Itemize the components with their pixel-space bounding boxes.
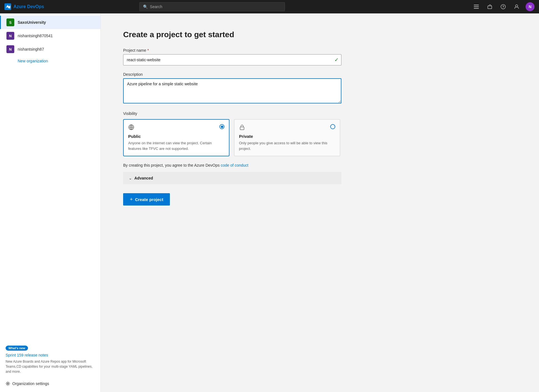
valid-checkmark-icon: ✓ — [334, 57, 339, 63]
search-icon: 🔍 — [143, 4, 148, 9]
search-input[interactable] — [150, 4, 281, 9]
svg-point-8 — [7, 383, 9, 384]
org-name-nishant1: nishantsingh870541 — [18, 34, 53, 38]
visibility-label: Visibility — [123, 111, 341, 116]
help-button[interactable]: ? — [499, 2, 508, 11]
top-navigation: Azure DevOps 🔍 ? — [0, 0, 539, 13]
create-project-label: Create project — [135, 197, 163, 202]
org-settings-label: Organization settings — [12, 381, 49, 386]
svg-rect-2 — [474, 6, 479, 7]
project-name-input[interactable] — [123, 54, 341, 65]
svg-rect-13 — [240, 127, 244, 130]
project-name-input-wrapper: ✓ — [123, 54, 341, 65]
user-avatar[interactable]: N — [526, 2, 535, 11]
new-organization-link[interactable]: New organization — [12, 56, 100, 66]
search-bar[interactable]: 🔍 — [139, 2, 285, 11]
brand-logo[interactable]: Azure DevOps — [4, 3, 44, 10]
create-project-button[interactable]: + Create project — [123, 193, 170, 206]
svg-rect-4 — [488, 6, 492, 9]
org-name-nishant2: nishantsingh87 — [18, 47, 44, 51]
topnav-icon-group: ? N — [472, 2, 535, 11]
public-radio[interactable] — [219, 124, 224, 129]
create-project-form: Project name * ✓ Description Azure pipel… — [123, 48, 341, 206]
project-name-label: Project name * — [123, 48, 341, 53]
consent-text: By creating this project, you agree to t… — [123, 163, 341, 167]
main-content: Create a project to get started Project … — [101, 13, 539, 392]
visibility-public-header — [128, 124, 224, 132]
page-title: Create a project to get started — [123, 30, 517, 39]
svg-rect-3 — [474, 8, 479, 9]
brand-label: Azure DevOps — [13, 4, 44, 9]
hamburger-menu-button[interactable] — [472, 2, 481, 11]
private-radio[interactable] — [330, 124, 335, 129]
public-description: Anyone on the internet can view the proj… — [128, 140, 224, 151]
org-avatar-nishant2: N — [6, 45, 14, 53]
app-body: S SaxoUniversity N nishantsingh870541 N … — [0, 13, 539, 392]
svg-text:?: ? — [502, 5, 504, 8]
description-textarea[interactable]: Azure pipeline for a simple static websi… — [123, 78, 341, 103]
org-avatar-nishant1: N — [6, 32, 14, 40]
svg-rect-1 — [474, 5, 479, 5]
project-name-group: Project name * ✓ — [123, 48, 341, 65]
private-description: Only people you give access to will be a… — [239, 140, 335, 151]
sidebar-item-nishant2[interactable]: N nishantsingh87 — [0, 42, 100, 56]
help-icon: ? — [501, 4, 506, 9]
release-notes-link[interactable]: Sprint 159 release notes — [6, 353, 95, 357]
visibility-public-card[interactable]: Public Anyone on the internet can view t… — [123, 119, 229, 156]
bag-icon — [487, 4, 492, 9]
sidebar-item-nishant1[interactable]: N nishantsingh870541 — [0, 29, 100, 42]
release-notes-description: New Azure Boards and Azure Repos app for… — [6, 359, 95, 374]
organization-settings-link[interactable]: Organization settings — [6, 380, 95, 388]
gear-icon — [6, 381, 10, 386]
sidebar: S SaxoUniversity N nishantsingh870541 N … — [0, 13, 101, 392]
plus-icon: + — [130, 197, 133, 202]
visibility-group: Visibility — [123, 111, 341, 156]
advanced-section[interactable]: ⌄ Advanced — [123, 172, 341, 184]
user-settings-button[interactable] — [512, 2, 521, 11]
azure-devops-logo-icon — [4, 3, 11, 10]
svg-point-7 — [515, 5, 518, 7]
hamburger-icon — [474, 4, 479, 9]
sidebar-item-saxouniversity[interactable]: S SaxoUniversity — [0, 16, 100, 29]
sidebar-bottom: What's new Sprint 159 release notes New … — [0, 341, 100, 392]
globe-icon — [128, 124, 134, 132]
lock-icon — [239, 124, 245, 132]
advanced-label: Advanced — [134, 176, 153, 180]
visibility-options: Public Anyone on the internet can view t… — [123, 119, 341, 156]
marketplace-button[interactable] — [485, 2, 494, 11]
user-settings-icon — [514, 4, 519, 9]
visibility-private-header — [239, 124, 335, 132]
visibility-private-card[interactable]: Private Only people you give access to w… — [234, 119, 340, 156]
chevron-down-icon: ⌄ — [129, 176, 132, 180]
code-of-conduct-link[interactable]: code of conduct — [221, 163, 249, 167]
description-label: Description — [123, 72, 341, 77]
required-indicator: * — [147, 48, 149, 53]
public-title: Public — [128, 134, 224, 139]
private-title: Private — [239, 134, 335, 139]
description-group: Description Azure pipeline for a simple … — [123, 72, 341, 105]
whats-new-badge: What's new — [6, 346, 28, 351]
org-avatar-saxo: S — [6, 18, 14, 26]
org-name-saxo: SaxoUniversity — [18, 20, 46, 25]
